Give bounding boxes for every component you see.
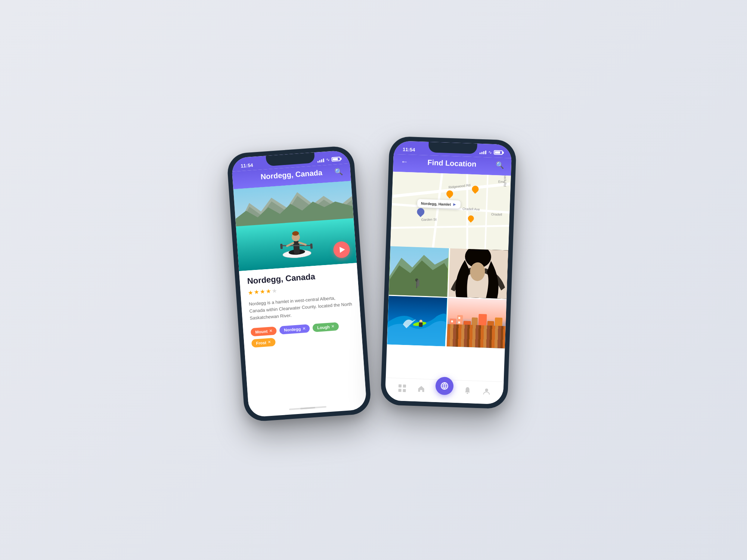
- wifi-icon-2: ∿: [488, 150, 492, 155]
- hair-svg: [448, 248, 508, 299]
- svg-rect-26: [447, 333, 505, 348]
- town-svg: [446, 298, 506, 348]
- tag-frost-label: Frost: [256, 340, 266, 345]
- location-description: Nordegg is a hamlet in west-central Albe…: [249, 293, 353, 322]
- map-label-eme: Eme: [498, 180, 505, 184]
- phone1-title: Nordegg, Canada: [251, 168, 332, 182]
- phone1-hero-image: [233, 181, 357, 271]
- nav-item-user[interactable]: [482, 386, 491, 396]
- battery-icon-2: [494, 150, 503, 155]
- bottom-nav: [385, 377, 504, 404]
- svg-rect-31: [478, 314, 487, 337]
- map-label-oradell-ave: Oradell Ave: [462, 207, 480, 211]
- phone-2: 11:54 ∿ ← Find Location: [380, 136, 517, 409]
- svg-rect-34: [451, 320, 453, 322]
- phone-2-screen: 11:54 ∿ ← Find Location: [385, 141, 512, 405]
- tag-mount-label: Mount: [255, 329, 268, 334]
- map-pin-orange-2[interactable]: [472, 186, 479, 193]
- tag-frost-close[interactable]: ✕: [268, 340, 271, 345]
- status-time-2: 11:54: [403, 146, 415, 152]
- status-icons-2: ∿: [480, 149, 503, 155]
- tag-mount-close[interactable]: ✕: [269, 329, 272, 333]
- wifi-icon-1: ∿: [326, 157, 330, 162]
- star-4: ★: [266, 287, 271, 295]
- search-icon-2[interactable]: 🔍: [495, 161, 504, 169]
- map-tooltip: Nordegg, Hamlet ►: [417, 199, 461, 209]
- svg-rect-36: [458, 317, 460, 319]
- mountains-svg: [389, 246, 449, 297]
- photo-hair[interactable]: [448, 248, 508, 299]
- svg-rect-29: [463, 321, 471, 336]
- star-5: ★: [272, 287, 277, 295]
- play-icon: [340, 246, 345, 253]
- svg-rect-38: [399, 385, 402, 388]
- photo-grid: [386, 246, 508, 382]
- svg-line-12: [299, 242, 306, 245]
- tag-mount[interactable]: Mount ✕: [251, 326, 277, 336]
- phone2-title: Find Location: [408, 158, 496, 169]
- tag-frost[interactable]: Frost ✕: [251, 337, 276, 347]
- photo-mountains[interactable]: [389, 246, 449, 297]
- nav-item-home[interactable]: [416, 384, 426, 393]
- battery-icon-1: [331, 156, 341, 162]
- signal-icon-1: [317, 158, 324, 163]
- back-button[interactable]: ←: [401, 157, 409, 166]
- svg-rect-24: [419, 322, 422, 327]
- nav-item-grid[interactable]: [398, 383, 407, 393]
- photo-surf[interactable]: [387, 296, 447, 346]
- svg-point-47: [485, 389, 488, 392]
- phone-1: 11:54 ∿ Nordegg, Canada: [226, 145, 372, 422]
- kayak-scene: [233, 181, 357, 271]
- svg-rect-33: [494, 317, 502, 337]
- svg-rect-30: [471, 317, 478, 336]
- tag-nordegg-label: Nordegg: [284, 327, 301, 332]
- svg-rect-32: [487, 321, 494, 337]
- star-2: ★: [254, 288, 259, 296]
- photo-town[interactable]: [446, 298, 506, 348]
- nav-item-bell[interactable]: [463, 386, 472, 395]
- notch-2: [428, 142, 477, 154]
- scroll-track: [289, 406, 326, 410]
- svg-rect-35: [451, 325, 453, 327]
- star-1: ★: [248, 289, 253, 296]
- map-road-v1: [432, 173, 443, 248]
- map-pin-blue-container[interactable]: Nordegg, Hamlet ►: [417, 208, 425, 216]
- map-tooltip-text: Nordegg, Hamlet: [421, 201, 451, 206]
- svg-line-45: [441, 388, 447, 388]
- grid-icon: [398, 383, 407, 393]
- tag-lough[interactable]: Lough ✕: [312, 322, 339, 332]
- map-label-garden: Garden St: [421, 218, 437, 222]
- map-container[interactable]: Ridgewood Rd Oradell Ave Oradell Kinderk…: [390, 172, 511, 251]
- phones-container: 11:54 ∿ Nordegg, Canada: [235, 146, 512, 414]
- scroll-thumb: [300, 407, 315, 410]
- signal-icon-2: [480, 150, 486, 155]
- svg-line-43: [441, 386, 448, 386]
- bell-icon: [463, 386, 472, 395]
- tag-lough-close[interactable]: ✕: [331, 324, 334, 329]
- status-icons-1: ∿: [317, 156, 341, 163]
- tags-container: Mount ✕ Nordegg ✕ Lough ✕ Frost ✕: [251, 321, 355, 348]
- globe-icon: [435, 377, 454, 395]
- tag-nordegg-close[interactable]: ✕: [302, 326, 306, 331]
- kayak-person-svg: [278, 217, 314, 264]
- surf-svg: [387, 296, 447, 346]
- nav-item-globe[interactable]: [435, 384, 453, 395]
- map-label-oradell: Oradell: [491, 212, 502, 217]
- svg-rect-40: [399, 389, 402, 392]
- search-icon-1[interactable]: 🔍: [331, 167, 343, 176]
- svg-rect-37: [458, 321, 460, 323]
- svg-rect-46: [467, 393, 468, 394]
- svg-rect-7: [280, 244, 283, 249]
- star-3: ★: [260, 288, 265, 295]
- map-pin-orange-1[interactable]: [446, 190, 453, 197]
- svg-line-44: [442, 384, 447, 385]
- svg-rect-39: [403, 385, 406, 388]
- svg-rect-8: [310, 243, 313, 249]
- status-time-1: 11:54: [241, 162, 253, 168]
- map-pin-orange-3[interactable]: [468, 215, 474, 222]
- tooltip-arrow-icon: ►: [452, 202, 457, 207]
- phone1-content: Nordegg, Canada ★ ★ ★ ★ ★ Nordegg is a h…: [239, 263, 366, 407]
- svg-rect-41: [403, 389, 406, 392]
- home-icon: [416, 384, 426, 393]
- tag-nordegg[interactable]: Nordegg ✕: [279, 324, 310, 335]
